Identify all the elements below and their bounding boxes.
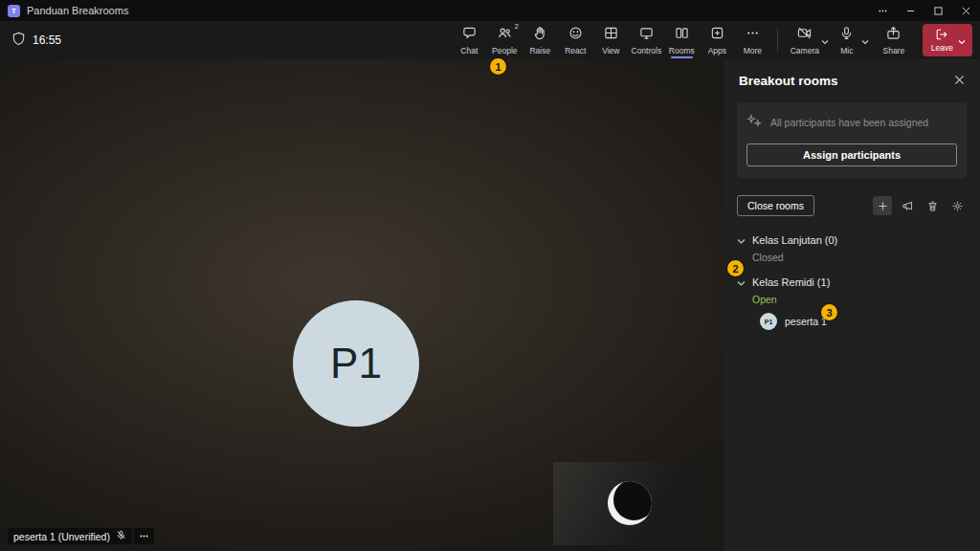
meeting-toolbar: 16:55 Chat 2 People Raise	[0, 21, 980, 59]
toolbar-share-button[interactable]: Share	[875, 21, 913, 59]
react-label: React	[565, 47, 586, 55]
teams-meeting-window: T Panduan Breakrooms 16:55	[0, 0, 980, 551]
leave-chevron-down-icon[interactable]	[958, 32, 966, 49]
toolbar-people-button[interactable]: 2 People	[487, 21, 523, 59]
more-label: More	[744, 47, 762, 55]
camera-off-icon	[797, 26, 812, 44]
toolbar-apps-button[interactable]: Apps	[700, 21, 735, 59]
titlebar: T Panduan Breakrooms	[0, 0, 980, 21]
raise-hand-icon	[533, 26, 547, 44]
breakout-rooms-icon	[675, 26, 689, 44]
camera-label: Camera	[791, 47, 819, 55]
room-status: Closed	[752, 252, 967, 263]
toolbar-camera-button[interactable]: Camera	[789, 21, 829, 59]
participant-mini-avatar: P1	[760, 313, 777, 330]
mic-icon	[839, 26, 854, 44]
panel-title: Breakout rooms	[739, 74, 838, 88]
share-label: Share	[882, 47, 904, 55]
leave-button[interactable]: Leave	[923, 24, 972, 56]
leave-icon	[935, 28, 948, 41]
annotation-badge-1: 1	[490, 58, 506, 75]
room-participant-row[interactable]: P1 peserta 1	[760, 313, 967, 330]
chevron-down-icon[interactable]	[737, 231, 746, 249]
room-item-kelas-remidi[interactable]: Kelas Remidi (1) Open P1 peserta 1	[737, 274, 967, 330]
panel-close-icon[interactable]	[954, 72, 965, 89]
participant-avatar: P1	[293, 300, 419, 427]
rooms-label: Rooms	[669, 47, 695, 55]
raise-label: Raise	[529, 47, 550, 55]
close-rooms-button[interactable]: Close rooms	[737, 195, 814, 216]
toolbar-raise-button[interactable]: Raise	[523, 21, 558, 59]
chat-icon	[462, 26, 477, 44]
toolbar-controls-button[interactable]: Controls	[629, 21, 664, 59]
toolbar-divider	[777, 29, 778, 52]
people-count-badge: 2	[514, 22, 518, 31]
close-button[interactable]	[952, 0, 980, 21]
mic-muted-icon	[116, 530, 126, 542]
toolbar-view-button[interactable]: View	[593, 21, 629, 59]
delete-icon[interactable]	[923, 196, 942, 215]
controls-monitor-icon	[639, 26, 654, 44]
leave-label: Leave	[931, 44, 953, 53]
mic-label: Mic	[840, 47, 853, 55]
react-smiley-icon	[568, 26, 583, 44]
assigned-message: All participants have been assigned	[770, 117, 928, 128]
share-screen-icon	[886, 26, 901, 44]
people-icon: 2	[498, 26, 512, 44]
participant-nameplate: peserta 1 (Unverified)	[8, 528, 154, 544]
annotation-badge-3: 3	[821, 304, 837, 320]
room-list: Kelas Lanjutan (0) Closed Kelas Remidi (…	[737, 231, 967, 330]
toolbar-more-button[interactable]: More	[735, 21, 770, 59]
camera-chevron-down-icon[interactable]	[821, 32, 829, 49]
shield-icon	[11, 32, 26, 50]
assignment-card: All participants have been assigned Assi…	[737, 102, 967, 178]
minimize-button[interactable]	[897, 0, 924, 21]
view-grid-icon	[604, 26, 618, 44]
apps-label: Apps	[708, 47, 726, 55]
apps-plus-icon	[710, 26, 724, 44]
room-status: Open	[752, 294, 967, 305]
participant-name: peserta 1	[785, 316, 827, 327]
annotation-badge-2: 2	[727, 260, 744, 276]
titlebar-more-icon[interactable]	[869, 0, 897, 21]
toolbar-mic-button[interactable]: Mic	[833, 21, 869, 59]
controls-label: Controls	[632, 47, 662, 55]
view-label: View	[602, 47, 619, 55]
toolbar-rooms-button[interactable]: Rooms	[664, 21, 700, 59]
nameplate-more-button[interactable]	[134, 528, 154, 544]
mic-chevron-down-icon[interactable]	[861, 32, 869, 49]
announcement-icon[interactable]	[898, 196, 917, 215]
window-title: Panduan Breakrooms	[27, 5, 128, 16]
add-room-icon[interactable]	[873, 196, 892, 215]
people-label: People	[492, 47, 517, 55]
room-name: Kelas Remidi (1)	[752, 276, 830, 288]
chevron-down-icon[interactable]	[737, 274, 746, 291]
meeting-stage: P1 peserta 1 (Unverified)	[0, 59, 724, 551]
room-name: Kelas Lanjutan (0)	[752, 234, 837, 246]
chat-label: Chat	[460, 47, 478, 55]
maximize-button[interactable]	[924, 0, 952, 21]
meeting-timer: 16:55	[33, 33, 61, 47]
more-ellipsis-icon	[746, 26, 760, 44]
breakout-rooms-panel: Breakout rooms All participants have bee…	[724, 59, 980, 551]
selfview-tile[interactable]	[553, 462, 706, 545]
selfview-avatar	[608, 481, 652, 525]
settings-gear-icon[interactable]	[947, 196, 967, 215]
teams-icon: T	[8, 5, 20, 17]
assign-participants-button[interactable]: Assign participants	[746, 143, 957, 166]
sparkle-icon	[746, 114, 762, 131]
toolbar-react-button[interactable]: React	[558, 21, 593, 59]
room-item-kelas-lanjutan[interactable]: Kelas Lanjutan (0) Closed	[737, 231, 967, 263]
toolbar-chat-button[interactable]: Chat	[452, 21, 487, 59]
nameplate-label: peserta 1 (Unverified)	[13, 531, 110, 542]
